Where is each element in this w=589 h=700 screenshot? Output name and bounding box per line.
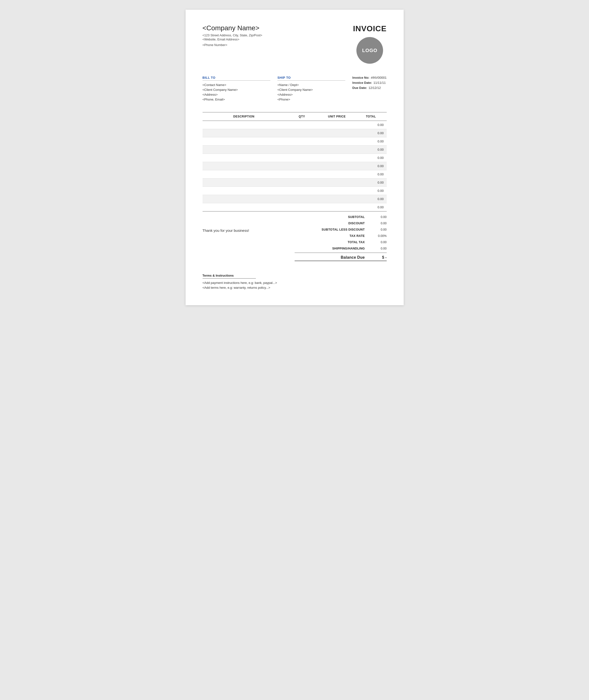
balance-due-value: - (385, 255, 386, 259)
ship-address: <Address> (277, 93, 345, 96)
subtotal-less-discount-value: 0.00 (370, 228, 387, 231)
due-date-value: 12/12/12 (369, 86, 381, 89)
row-total: 0.00 (355, 179, 386, 187)
shipping-row: SHIPPING/HANDLING 0.00 (294, 245, 387, 252)
row-unit-price (318, 203, 355, 211)
invoice-date-label: Invoice Date: (352, 81, 372, 84)
row-unit-price (318, 129, 355, 137)
tax-rate-value: 0.00% (370, 234, 387, 238)
shipping-label: SHIPPING/HANDLING (294, 247, 370, 250)
invoice-page: <Company Name> <123 Street Address, City… (186, 10, 404, 305)
tax-rate-row: TAX RATE 0.00% (294, 233, 387, 239)
subtotal-row: SUBTOTAL 0.00 (294, 214, 387, 220)
tax-rate-label: TAX RATE (294, 234, 370, 238)
table-row: 0.00 (203, 195, 387, 203)
row-description (203, 203, 285, 211)
invoice-date-value: 11/11/11 (373, 81, 386, 84)
row-unit-price (318, 146, 355, 154)
terms-line-2: <Add terms here, e.g: warranty, returns … (203, 286, 387, 289)
bill-to-section: BILL TO <Contact Name> <Client Company N… (203, 76, 270, 102)
row-total: 0.00 (355, 203, 386, 211)
row-unit-price (318, 121, 355, 129)
company-info: <Company Name> <123 Street Address, City… (203, 24, 262, 47)
row-qty (285, 170, 319, 179)
thank-you-text: Thank you for your business! (203, 214, 294, 233)
balance-due-label: Balance Due (294, 255, 370, 260)
col-unit-price: UNIT PRICE (318, 112, 355, 121)
table-row: 0.00 (203, 187, 387, 195)
row-qty (285, 179, 319, 187)
row-total: 0.00 (355, 121, 386, 129)
balance-due-row: Balance Due $ - (294, 253, 387, 261)
row-description (203, 154, 285, 162)
row-qty (285, 121, 319, 129)
row-description (203, 137, 285, 146)
row-unit-price (318, 170, 355, 179)
info-section: BILL TO <Contact Name> <Client Company N… (203, 76, 387, 102)
row-description (203, 179, 285, 187)
company-phone: <Phone Number> (203, 43, 262, 47)
header-section: <Company Name> <123 Street Address, City… (203, 24, 387, 64)
invoice-title: INVOICE (353, 24, 387, 33)
ship-to-section: SHIP TO <Name / Dept> <Client Company Na… (277, 76, 345, 102)
bill-contact-name: <Contact Name> (203, 83, 270, 87)
table-row: 0.00 (203, 121, 387, 129)
col-qty: QTY (285, 112, 319, 121)
total-tax-row: TOTAL TAX 0.00 (294, 239, 387, 245)
table-row: 0.00 (203, 203, 387, 211)
balance-due-currency-value: $ - (370, 255, 387, 260)
col-description: DESCRIPTION (203, 112, 285, 121)
table-row: 0.00 (203, 146, 387, 154)
bill-company-name: <Client Company Name> (203, 88, 270, 91)
row-qty (285, 154, 319, 162)
subtotal-value: 0.00 (370, 215, 387, 219)
row-total: 0.00 (355, 187, 386, 195)
row-total: 0.00 (355, 146, 386, 154)
logo: LOGO (356, 37, 383, 64)
row-total: 0.00 (355, 137, 386, 146)
row-total: 0.00 (355, 129, 386, 137)
row-qty (285, 137, 319, 146)
table-header-row: DESCRIPTION QTY UNIT PRICE TOTAL (203, 112, 387, 121)
items-table: DESCRIPTION QTY UNIT PRICE TOTAL 0.000.0… (203, 112, 387, 211)
invoice-no-row: Invoice No: #INV00001 (352, 76, 386, 79)
ship-name-dept: <Name / Dept> (277, 83, 345, 87)
invoice-date-row: Invoice Date: 11/11/11 (352, 81, 386, 84)
table-row: 0.00 (203, 129, 387, 137)
col-total: TOTAL (355, 112, 386, 121)
row-qty (285, 195, 319, 203)
ship-to-label: SHIP TO (277, 76, 345, 81)
discount-value: 0.00 (370, 222, 387, 225)
totals-section: Thank you for your business! SUBTOTAL 0.… (203, 211, 387, 261)
company-address: <123 Street Address, City, State, Zip/Po… (203, 33, 262, 37)
shipping-value: 0.00 (370, 247, 387, 250)
row-description (203, 195, 285, 203)
subtotal-less-discount-label: SUBTOTAL LESS DISCOUNT (294, 228, 370, 231)
bill-address: <Address> (203, 93, 270, 96)
discount-row: DISCOUNT 0.00 (294, 220, 387, 226)
discount-label: DISCOUNT (294, 222, 370, 225)
table-row: 0.00 (203, 170, 387, 179)
row-total: 0.00 (355, 170, 386, 179)
row-unit-price (318, 187, 355, 195)
row-qty (285, 146, 319, 154)
row-unit-price (318, 195, 355, 203)
table-row: 0.00 (203, 154, 387, 162)
row-qty (285, 162, 319, 170)
row-total: 0.00 (355, 162, 386, 170)
row-qty (285, 187, 319, 195)
row-description (203, 121, 285, 129)
row-description (203, 187, 285, 195)
bill-phone-email: <Phone, Email> (203, 97, 270, 101)
due-date-row: Due Date: 12/12/12 (352, 86, 386, 89)
subtotal-label: SUBTOTAL (294, 215, 370, 219)
total-tax-label: TOTAL TAX (294, 241, 370, 244)
row-description (203, 146, 285, 154)
row-qty (285, 129, 319, 137)
row-unit-price (318, 162, 355, 170)
row-description (203, 162, 285, 170)
invoice-meta-section: Invoice No: #INV00001 Invoice Date: 11/1… (352, 76, 386, 102)
table-row: 0.00 (203, 137, 387, 146)
row-qty (285, 203, 319, 211)
table-row: 0.00 (203, 179, 387, 187)
